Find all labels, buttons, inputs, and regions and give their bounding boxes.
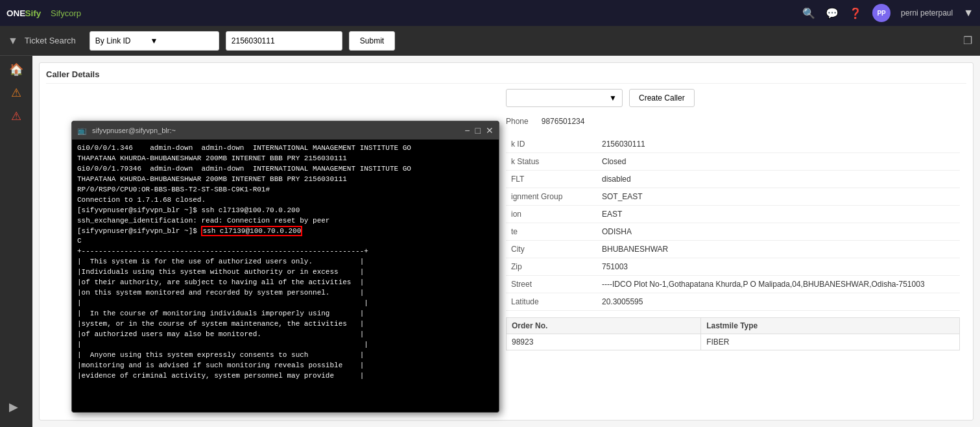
terminal-line: | This system is for the use of authoriz… xyxy=(77,257,494,267)
expand-icon[interactable]: ❐ xyxy=(963,34,972,47)
field-value: ODISHA xyxy=(597,223,960,241)
terminal-line: [sifyvpnuser@sifyvpn_blr ~]$ ssh cl7139@… xyxy=(77,226,494,237)
create-caller-row: ▼ Create Caller xyxy=(506,89,960,107)
search-icon[interactable]: 🔍 xyxy=(802,7,815,19)
field-value: 751003 xyxy=(597,258,960,276)
terminal-line: | In the course of monitoring individual… xyxy=(77,309,494,319)
terminal-line: THAPATANA KHURDA-BHUBANESHWAR 200MB INTE… xyxy=(77,154,494,164)
bottom-data-table: Order No.Lastmile Type 98923FIBER xyxy=(506,317,960,350)
field-value: SOT_EAST xyxy=(597,188,960,206)
terminal-title: sifyvpnuser@sifyvpn_blr:~ xyxy=(92,127,459,134)
card-title: Caller Details xyxy=(46,69,966,84)
terminal-line: | | xyxy=(77,340,494,350)
table-header: Order No. xyxy=(507,318,701,334)
caller-dropdown-arrow: ▼ xyxy=(609,93,617,103)
table-cell: 98923 xyxy=(507,334,701,350)
terminal-line: | Anyone using this system expressly con… xyxy=(77,350,494,361)
field-row: Zip751003 xyxy=(506,258,960,276)
terminal-line: +---------------------------------------… xyxy=(77,247,494,257)
nav-right: 🔍 💬 ❓ PP perni peterpaul ▼ xyxy=(802,4,974,22)
field-label: FLT xyxy=(506,171,597,188)
terminal-line: |monitoring and is advised if such monit… xyxy=(77,361,494,371)
filter-icon[interactable]: ▼ xyxy=(8,35,18,47)
field-row: k StatusClosed xyxy=(506,153,960,171)
field-value: 2156030111 xyxy=(597,136,960,153)
terminal-line: Gi0/0/0/1.79346 admin-down admin-down IN… xyxy=(77,164,494,175)
terminal-line: Connection to 1.7.1.68 closed. xyxy=(77,195,494,206)
terminal-line: |of authorized users may also be monitor… xyxy=(77,330,494,340)
user-dropdown-icon[interactable]: ▼ xyxy=(963,7,974,19)
svg-text:ONE: ONE xyxy=(6,8,25,18)
user-name: perni peterpaul xyxy=(901,8,953,18)
terminal-line: [sifyvpnuser@sifyvpn_blr ~]$ ssh cl7139@… xyxy=(77,206,494,216)
terminal-icon: 📺 xyxy=(77,126,87,135)
user-avatar[interactable]: PP xyxy=(872,4,890,22)
table-cell: FIBER xyxy=(701,334,960,350)
terminal-minimize-button[interactable]: − xyxy=(464,126,470,135)
field-label: Zip xyxy=(506,258,597,276)
field-label: k ID xyxy=(506,136,597,153)
terminal-line: |evidence of criminal activity, system p… xyxy=(77,371,494,382)
terminal-maximize-button[interactable]: □ xyxy=(475,126,481,135)
field-value: BHUBANESHWAR xyxy=(597,241,960,258)
search-input[interactable] xyxy=(226,31,342,51)
sidebar-home-icon[interactable]: 🏠 xyxy=(9,62,23,77)
terminal-line: |system, or in the course of system main… xyxy=(77,319,494,330)
caller-type-dropdown[interactable]: ▼ xyxy=(506,89,623,107)
field-value: Closed xyxy=(597,153,960,171)
terminal-titlebar: 📺 sifyvpnuser@sifyvpn_blr:~ − □ ✕ xyxy=(72,121,499,140)
chat-icon[interactable]: 💬 xyxy=(826,7,839,19)
submit-button[interactable]: Submit xyxy=(349,31,395,51)
field-value: EAST xyxy=(597,206,960,223)
terminal-close-button[interactable]: ✕ xyxy=(486,126,494,135)
create-caller-button[interactable]: Create Caller xyxy=(629,89,695,107)
field-row: k ID2156030111 xyxy=(506,136,960,153)
logo-area: ONE Sify Sifycorp xyxy=(6,4,81,22)
phone-row: Phone 9876501234 xyxy=(506,117,960,126)
terminal-line: THAPATANA KHURDA-BHUBANESHWAR 200MB INTE… xyxy=(77,175,494,185)
details-right-panel: ▼ Create Caller Phone 9876501234 k ID215… xyxy=(506,89,960,350)
main-layout: 🏠 ⚠ ⚠ ▶ Caller Details ▼ Create Caller P… xyxy=(0,56,980,427)
field-row: FLTdisabled xyxy=(506,171,960,188)
svg-text:Sify: Sify xyxy=(25,8,42,18)
field-label: ignment Group xyxy=(506,188,597,206)
terminal-line: |on this system monitored and recorded b… xyxy=(77,288,494,299)
terminal-body[interactable]: Gi0/0/0/1.346 admin-down admin-down INTE… xyxy=(72,140,499,412)
phone-value: 9876501234 xyxy=(542,117,585,126)
field-row: ignment GroupSOT_EAST xyxy=(506,188,960,206)
field-row: CityBHUBANESHWAR xyxy=(506,241,960,258)
terminal-line: |Individuals using this system without a… xyxy=(77,267,494,278)
terminal-line: | | xyxy=(77,299,494,309)
field-label: ion xyxy=(506,206,597,223)
dropdown-arrow: ▼ xyxy=(150,36,158,45)
sidebar-info-orange-icon[interactable]: ⚠ xyxy=(11,86,21,100)
field-row: teODISHA xyxy=(506,223,960,241)
field-row: Latitude20.3005595 xyxy=(506,293,960,311)
terminal-window: 📺 sifyvpnuser@sifyvpn_blr:~ − □ ✕ Gi0/0/… xyxy=(71,121,499,413)
terminal-line: Gi0/0/0/1.346 admin-down admin-down INTE… xyxy=(77,143,494,154)
onesify-logo: ONE Sify xyxy=(6,4,45,22)
field-label: Latitude xyxy=(506,293,597,311)
details-field-table: k ID2156030111k StatusClosedFLTdisabledi… xyxy=(506,136,960,311)
search-bar: ▼ Ticket Search By Link ID ▼ Submit ❐ xyxy=(0,26,980,56)
table-row: 98923FIBER xyxy=(507,334,960,350)
sidebar-info-red-icon[interactable]: ⚠ xyxy=(11,109,21,123)
search-label: Ticket Search xyxy=(25,36,83,45)
terminal-controls: − □ ✕ xyxy=(464,126,494,135)
help-icon[interactable]: ❓ xyxy=(849,7,862,19)
sidebar-play-icon[interactable]: ▶ xyxy=(9,400,18,414)
left-sidebar: 🏠 ⚠ ⚠ ▶ xyxy=(0,56,32,427)
logo: ONE Sify xyxy=(6,4,45,22)
content-area: Caller Details ▼ Create Caller Phone 987… xyxy=(32,56,980,427)
field-row: ionEAST xyxy=(506,206,960,223)
top-navigation: ONE Sify Sifycorp 🔍 💬 ❓ PP perni peterpa… xyxy=(0,0,980,26)
terminal-line: RP/0/RSP0/CPU0:OR-BBS-BBS-T2-ST-SBB-C9K1… xyxy=(77,185,494,195)
field-label: City xyxy=(506,241,597,258)
terminal-line: ssh_exchange_identification: read: Conne… xyxy=(77,216,494,226)
search-type-dropdown[interactable]: By Link ID ▼ xyxy=(90,31,219,51)
field-value: 20.3005595 xyxy=(597,293,960,311)
field-label: Street xyxy=(506,276,597,293)
field-value: disabled xyxy=(597,171,960,188)
phone-label: Phone xyxy=(506,117,529,126)
terminal-ssh-highlight: ssh cl7139@100.70.0.200 xyxy=(201,226,302,236)
